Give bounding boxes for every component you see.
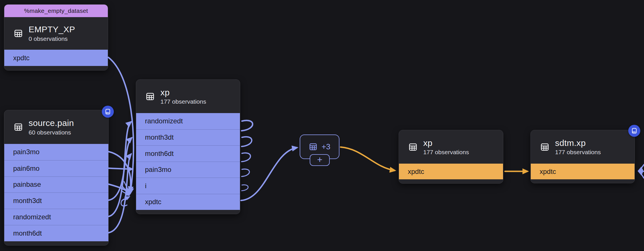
edge-pain3mo-to-xpdtc (109, 152, 131, 191)
table-icon (540, 142, 549, 152)
column-row[interactable]: painbase (4, 176, 108, 193)
node-title: xp (160, 88, 206, 98)
column-label: pain3mo (13, 148, 39, 156)
column-label: xpdtc (13, 54, 29, 62)
node-source-pain[interactable]: source.pain 60 observations pain3mo pain… (4, 110, 109, 246)
column-row[interactable]: i (136, 178, 240, 194)
column-row[interactable]: month3dt (136, 129, 240, 146)
edge-collapsed-to-xpright (341, 147, 395, 170)
edge-fan-sdtm (639, 164, 644, 178)
column-row[interactable]: xpdtc (4, 50, 108, 66)
column-row[interactable]: pain3mo (136, 162, 240, 178)
column-label: pain6mo (13, 164, 39, 172)
column-label: xpdtc (145, 198, 161, 206)
loop-month3dt (242, 137, 252, 146)
node-title: source.pain (29, 118, 74, 128)
node-title: EMPTY_XP (29, 25, 75, 35)
column-row[interactable]: month6dt (136, 145, 240, 162)
table-icon (14, 123, 23, 132)
node-xp-mid[interactable]: xp 177 observations randomizedt month3dt… (136, 79, 240, 214)
node-title: xp (423, 138, 469, 148)
macro-label: %make_empty_dataset (24, 7, 88, 14)
column-row[interactable]: month3dt (4, 192, 108, 209)
edge-pain6mo-to-pain3mo (109, 168, 132, 169)
column-label: xpdtc (408, 168, 424, 176)
collapsed-count-label: +3 (322, 142, 331, 151)
log-badge[interactable] (628, 125, 640, 137)
column-row[interactable]: xpdtc (399, 164, 503, 179)
column-label: painbase (13, 180, 41, 188)
loop-randomizedt (242, 121, 253, 131)
column-row[interactable]: randomizedt (136, 113, 240, 129)
node-observations: 177 observations (555, 149, 601, 156)
loop-month6dt (242, 153, 251, 162)
loop-i (242, 185, 248, 191)
column-label: month3dt (13, 197, 42, 205)
edge-month3dt-to-month3dt (109, 138, 132, 200)
plus-icon: + (317, 155, 323, 164)
column-row[interactable]: xpdtc (136, 194, 240, 210)
node-xp-right[interactable]: xp 177 observations xpdtc (399, 130, 503, 184)
node-sdtm-xp[interactable]: sdtm.xp 177 observations xpdtc (530, 130, 635, 183)
column-row[interactable]: randomizedt (4, 209, 108, 225)
node-title: sdtm.xp (555, 138, 601, 148)
log-badge[interactable] (102, 106, 114, 118)
column-label: month6dt (13, 229, 42, 237)
edge-painbase-to-xpdtc (109, 184, 129, 194)
edge-month6dt-to-month6dt (109, 154, 131, 233)
edge-xpdtc-to-collapsed (241, 148, 297, 200)
node-observations: 177 observations (160, 98, 206, 105)
column-row[interactable]: pain6mo (4, 160, 108, 176)
table-icon (309, 142, 317, 151)
column-row[interactable]: pain3mo (4, 144, 108, 160)
node-empty-xp[interactable]: %make_empty_dataset EMPTY_XP 0 observati… (4, 4, 108, 71)
column-label: randomizedt (13, 213, 51, 221)
column-label: i (145, 182, 146, 190)
macro-header: %make_empty_dataset (4, 5, 108, 17)
node-observations: 60 observations (29, 129, 74, 136)
table-icon (408, 142, 418, 152)
lineage-canvas: %make_empty_dataset EMPTY_XP 0 observati… (0, 0, 644, 251)
book-icon (105, 109, 111, 115)
table-icon (14, 29, 23, 38)
loop-pain3mo (242, 169, 249, 176)
column-label: month6dt (145, 150, 174, 158)
book-icon (631, 128, 637, 134)
node-observations: 177 observations (423, 149, 469, 156)
edge-randomizedt-to-randomizedt (109, 122, 131, 216)
column-label: pain3mo (145, 166, 171, 174)
column-label: randomizedt (145, 117, 183, 125)
column-label: xpdtc (540, 168, 556, 176)
column-row[interactable]: xpdtc (531, 164, 635, 179)
table-icon (146, 92, 155, 101)
expand-button[interactable]: + (310, 154, 330, 166)
column-label: month3dt (145, 133, 174, 141)
edge-emptyxp-to-xp (108, 57, 134, 193)
edge-fan-xpdtc (121, 182, 130, 206)
node-observations: 0 observations (29, 35, 75, 42)
column-row[interactable]: month6dt (4, 225, 108, 241)
